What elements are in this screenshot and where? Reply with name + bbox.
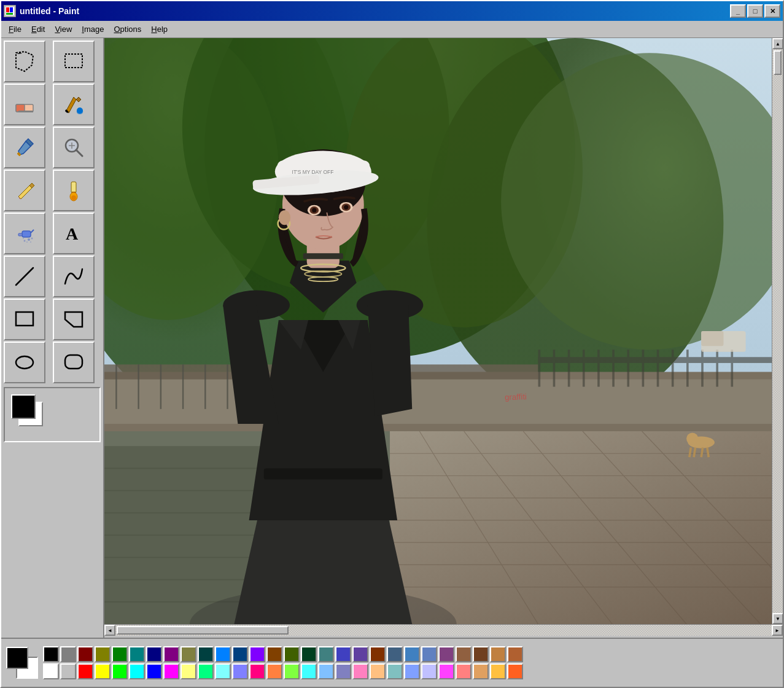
close-button[interactable]: ✕ [764, 4, 780, 18]
color-swatch[interactable] [490, 663, 506, 679]
menu-options[interactable]: Options [109, 23, 146, 35]
color-swatch[interactable] [95, 646, 111, 662]
color-swatch[interactable] [249, 646, 265, 662]
color-swatch[interactable] [490, 646, 506, 662]
color-swatch[interactable] [129, 663, 145, 679]
color-swatch[interactable] [77, 646, 93, 662]
color-swatch[interactable] [232, 646, 248, 662]
tool-rounded-rect[interactable] [53, 342, 95, 383]
color-swatch[interactable] [387, 663, 403, 679]
color-swatch[interactable] [456, 663, 472, 679]
tool-magnify[interactable] [53, 127, 95, 168]
color-swatch[interactable] [77, 663, 93, 679]
minimize-button[interactable]: _ [730, 4, 746, 18]
color-swatch[interactable] [473, 663, 489, 679]
color-swatch[interactable] [335, 646, 351, 662]
color-swatch[interactable] [301, 663, 317, 679]
menu-view[interactable]: View [50, 23, 77, 35]
palette-fg[interactable] [6, 647, 28, 669]
color-swatch[interactable] [43, 646, 59, 662]
color-swatch[interactable] [112, 646, 128, 662]
color-swatch[interactable] [266, 646, 282, 662]
tool-ellipse[interactable] [4, 342, 45, 383]
tool-eraser[interactable] [4, 84, 45, 125]
color-swatch[interactable] [266, 663, 282, 679]
color-swatch[interactable] [129, 646, 145, 662]
canvas-container[interactable]: graffiti [104, 38, 772, 624]
menu-file[interactable]: File [4, 23, 26, 35]
color-swatch[interactable] [352, 646, 368, 662]
color-swatch[interactable] [404, 663, 420, 679]
maximize-button[interactable]: □ [747, 4, 763, 18]
color-swatch[interactable] [318, 663, 334, 679]
color-swatch[interactable] [180, 663, 196, 679]
tool-curve[interactable] [53, 256, 95, 297]
color-swatch[interactable] [352, 663, 368, 679]
scroll-up-button[interactable]: ▲ [772, 38, 783, 49]
color-swatch[interactable] [404, 646, 420, 662]
menu-edit[interactable]: Edit [26, 23, 50, 35]
color-swatch[interactable] [163, 663, 179, 679]
color-swatch[interactable] [370, 663, 386, 679]
tool-rect-select[interactable] [53, 41, 95, 82]
color-swatch[interactable] [146, 663, 162, 679]
color-swatch[interactable] [421, 663, 437, 679]
tool-eyedropper[interactable] [4, 127, 45, 168]
color-swatch[interactable] [456, 646, 472, 662]
color-swatch[interactable] [95, 663, 111, 679]
tool-brush[interactable] [53, 170, 95, 211]
scroll-thumb-v[interactable] [774, 50, 782, 75]
tool-polygon[interactable] [53, 299, 95, 340]
tool-fill[interactable] [53, 84, 95, 125]
menu-image[interactable]: Image [77, 23, 109, 35]
scroll-track-v[interactable] [772, 49, 783, 613]
color-swatch[interactable] [43, 663, 59, 679]
svg-rect-22 [22, 231, 31, 237]
svg-marker-112 [368, 305, 412, 416]
scroll-down-button[interactable]: ▼ [772, 613, 783, 624]
color-swatch[interactable] [438, 646, 454, 662]
foreground-color-preview[interactable] [11, 394, 36, 419]
color-swatch[interactable] [438, 663, 454, 679]
tool-free-select[interactable] [4, 41, 45, 82]
tool-rectangle[interactable] [4, 299, 45, 340]
color-swatch[interactable] [215, 646, 231, 662]
tool-line[interactable] [4, 256, 45, 297]
color-swatch[interactable] [198, 646, 214, 662]
scroll-right-button[interactable]: ► [772, 625, 783, 636]
color-swatch[interactable] [163, 646, 179, 662]
color-swatch[interactable] [232, 663, 248, 679]
color-swatch[interactable] [284, 646, 300, 662]
color-swatch[interactable] [473, 646, 489, 662]
svg-text:graffiti: graffiti [505, 392, 527, 402]
color-swatch[interactable] [284, 663, 300, 679]
color-swatch[interactable] [215, 663, 231, 679]
canvas-image: graffiti [104, 38, 772, 624]
tool-text[interactable]: A [53, 213, 95, 254]
svg-point-26 [24, 240, 26, 242]
color-swatch[interactable] [60, 663, 76, 679]
scroll-thumb-h[interactable] [117, 626, 289, 635]
color-swatch[interactable] [421, 646, 437, 662]
color-swatch[interactable] [146, 646, 162, 662]
palette-grid [43, 646, 523, 679]
color-swatch[interactable] [60, 646, 76, 662]
color-swatch[interactable] [507, 663, 523, 679]
color-swatch[interactable] [370, 646, 386, 662]
color-swatch[interactable] [301, 646, 317, 662]
color-swatch[interactable] [507, 646, 523, 662]
color-swatch[interactable] [335, 663, 351, 679]
scroll-left-button[interactable]: ◄ [104, 625, 115, 636]
scroll-track-h[interactable] [115, 625, 772, 636]
tool-pencil[interactable] [4, 170, 45, 211]
color-swatch[interactable] [180, 646, 196, 662]
menu-help[interactable]: Help [146, 23, 173, 35]
svg-point-133 [279, 210, 290, 225]
color-swatch[interactable] [249, 663, 265, 679]
color-swatch[interactable] [318, 646, 334, 662]
tool-airbrush[interactable] [4, 213, 45, 254]
color-swatch[interactable] [198, 663, 214, 679]
app-icon [4, 5, 16, 17]
color-swatch[interactable] [387, 646, 403, 662]
color-swatch[interactable] [112, 663, 128, 679]
